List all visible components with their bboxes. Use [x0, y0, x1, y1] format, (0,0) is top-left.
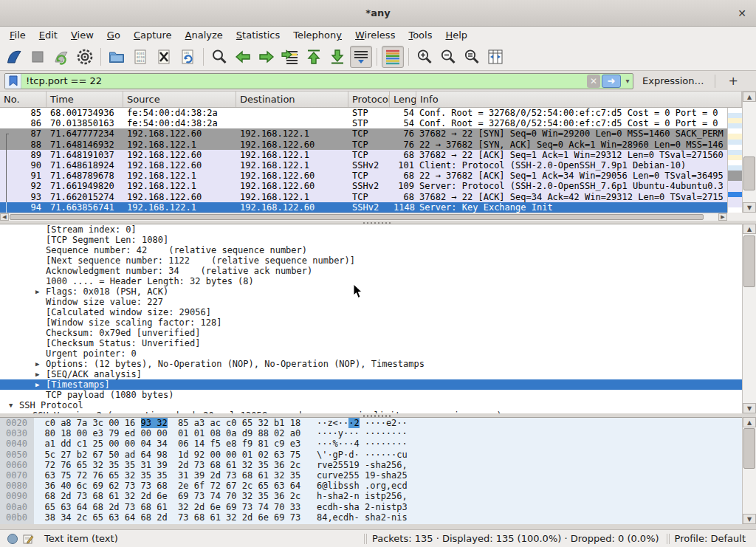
resize-columns-icon[interactable] [484, 46, 506, 68]
detail-line-14[interactable]: ▶[SEQ/ACK analysis] [0, 369, 742, 379]
hex-row-0020[interactable]: 0020 c0 a8 7a 3c 00 16 93 32 85 a3 ac c0… [0, 418, 742, 428]
menu-tools[interactable]: Tools [402, 28, 439, 42]
scrollbar-thumb[interactable] [743, 156, 755, 190]
detail-line-2[interactable]: Sequence number: 42 (relative sequence n… [0, 245, 742, 255]
scroll-up-icon[interactable]: ▲ [743, 417, 756, 427]
menu-analyze[interactable]: Analyze [179, 28, 230, 42]
detail-line-4[interactable]: Acknowledgment number: 34 (relative ack … [0, 266, 742, 276]
packet-row-86[interactable]: 8670.013850163fe:54:00:d4:38:2aSTP54Conf… [0, 118, 727, 128]
stop-capture-icon[interactable] [27, 46, 49, 68]
pane-splitter[interactable] [0, 524, 756, 529]
colorize-icon[interactable] [382, 46, 404, 68]
close-file-icon[interactable] [153, 46, 175, 68]
zoom-100-icon[interactable] [461, 46, 483, 68]
packet-row-90[interactable]: 9071.648618924192.168.122.60192.168.122.… [0, 160, 727, 171]
details-scrollbar[interactable]: ▲ ▼ [742, 224, 756, 413]
go-back-icon[interactable] [232, 46, 254, 68]
menu-statistics[interactable]: Statistics [230, 28, 286, 42]
menu-capture[interactable]: Capture [127, 28, 179, 42]
column-header-no[interactable]: No. [0, 92, 47, 107]
scroll-left-icon[interactable]: ◀ [0, 213, 9, 221]
display-filter-input[interactable]: !tcp.port == 22 ✕ ➜ ▾ [4, 73, 633, 89]
menu-file[interactable]: File [3, 28, 32, 42]
scroll-up-icon[interactable]: ▲ [743, 92, 756, 102]
collapse-icon[interactable]: ▼ [9, 400, 13, 410]
filter-clear-icon[interactable]: ✕ [587, 75, 600, 88]
detail-line-16[interactable]: TCP payload (1080 bytes) [0, 390, 742, 400]
go-forward-icon[interactable] [255, 46, 278, 68]
go-last-icon[interactable] [326, 46, 348, 68]
expand-icon[interactable]: ▶ [35, 286, 39, 297]
detail-line-13[interactable]: ▶Options: (12 bytes), No-Operation (NOP)… [0, 359, 742, 369]
detail-line-7[interactable]: Window size value: 227 [0, 297, 742, 307]
hex-row-0050[interactable]: 0050 5c 27 b2 67 50 ad 64 98 1d 92 00 00… [0, 450, 742, 460]
hex-row-00a0[interactable]: 00a0 65 63 64 68 2d 73 68 61 32 2d 6e 69… [0, 502, 742, 512]
packet-row-87[interactable]: 8771.647777234192.168.122.60192.168.122.… [0, 128, 727, 139]
hscrollbar-thumb[interactable] [10, 214, 704, 220]
close-icon[interactable]: ✕ [735, 7, 749, 20]
packet-row-94[interactable]: 9471.663856741192.168.122.1192.168.122.6… [0, 202, 727, 213]
menu-help[interactable]: Help [439, 28, 474, 42]
scrollbar-thumb[interactable] [743, 235, 755, 287]
detail-line-8[interactable]: [Calculated window size: 29056] [0, 307, 742, 317]
expert-info-icon[interactable] [7, 534, 18, 544]
scrollbar-thumb[interactable] [743, 428, 755, 469]
scroll-up-icon[interactable]: ▲ [743, 224, 756, 234]
hex-row-0060[interactable]: 0060 72 76 65 32 35 35 31 39 2d 73 68 61… [0, 460, 742, 470]
add-filter-button[interactable]: + [723, 74, 744, 88]
column-header-length[interactable]: Length [390, 92, 416, 107]
expression-button[interactable]: Expression… [642, 75, 704, 86]
menu-telephony[interactable]: Telephony [286, 28, 348, 42]
scroll-down-icon[interactable]: ▼ [743, 403, 756, 413]
hex-row-00b0[interactable]: 00b0 38 34 2c 65 63 64 68 2d 73 68 61 32… [0, 512, 742, 523]
open-file-icon[interactable] [106, 46, 128, 68]
expand-icon[interactable]: ▶ [35, 369, 39, 379]
scroll-right-icon[interactable]: ▶ [718, 213, 727, 221]
menu-edit[interactable]: Edit [32, 28, 64, 42]
packet-row-92[interactable]: 9271.661949820192.168.122.1192.168.122.6… [0, 181, 727, 191]
scroll-down-icon[interactable]: ▼ [743, 514, 756, 524]
expand-icon[interactable]: ▶ [35, 359, 39, 369]
start-capture-icon[interactable] [3, 46, 25, 68]
capture-options-icon[interactable] [74, 46, 96, 68]
detail-line-10[interactable]: Checksum: 0x79ed [unverified] [0, 328, 742, 338]
hex-row-0090[interactable]: 0090 68 2d 73 68 61 32 2d 6e 69 73 74 70… [0, 491, 742, 501]
packet-row-88[interactable]: 8871.648146932192.168.122.1192.168.122.6… [0, 140, 727, 150]
reload-file-icon[interactable]: 101 [176, 46, 199, 68]
packet-row-93[interactable]: 9371.662015274192.168.122.60192.168.122.… [0, 192, 727, 202]
filter-bookmark-button[interactable] [5, 74, 21, 89]
detail-line-1[interactable]: [TCP Segment Len: 1080] [0, 235, 742, 245]
packet-list-minimap[interactable] [727, 108, 742, 213]
packet-list-scrollbar[interactable]: ▲ ▼ [742, 92, 756, 213]
zoom-in-icon[interactable] [413, 46, 436, 68]
detail-line-12[interactable]: Urgent pointer: 0 [0, 348, 742, 359]
detail-line-15[interactable]: ▶[Timestamps] [0, 379, 742, 390]
packet-row-89[interactable]: 8971.648191037192.168.122.60192.168.122.… [0, 150, 727, 160]
column-header-protocol[interactable]: Protocol [348, 92, 390, 107]
column-header-info[interactable]: Info [416, 92, 742, 107]
detail-line-11[interactable]: [Checksum Status: Unverified] [0, 338, 742, 348]
go-to-packet-icon[interactable] [279, 46, 301, 68]
column-header-source[interactable]: Source [123, 92, 236, 107]
zoom-out-icon[interactable] [437, 46, 459, 68]
menu-view[interactable]: View [64, 28, 100, 42]
save-file-icon[interactable]: 010101100011 [129, 46, 151, 68]
filter-text[interactable]: !tcp.port == 22 [21, 75, 587, 86]
expand-icon[interactable]: ▶ [35, 379, 39, 390]
menu-go[interactable]: Go [100, 28, 127, 42]
hex-row-0080[interactable]: 0080 36 40 6c 69 62 73 73 68 2e 6f 72 67… [0, 481, 742, 491]
filter-dropdown-icon[interactable]: ▾ [622, 77, 633, 85]
restart-capture-icon[interactable] [50, 46, 72, 68]
auto-scroll-icon[interactable] [350, 46, 372, 68]
detail-line-17[interactable]: ▼SSH Protocol [0, 400, 742, 410]
hex-row-0070[interactable]: 0070 63 75 72 76 65 32 35 35 31 39 2d 73… [0, 470, 742, 481]
packet-list-hscrollbar[interactable]: ◀ ▶ [0, 213, 727, 221]
column-header-time[interactable]: Time [47, 92, 123, 107]
menu-wireless[interactable]: Wireless [348, 28, 402, 42]
detail-line-6[interactable]: ▶Flags: 0x018 (PSH, ACK) [0, 286, 742, 297]
filter-apply-icon[interactable]: ➜ [602, 75, 621, 88]
detail-line-0[interactable]: [Stream index: 0] [0, 224, 742, 235]
packet-row-91[interactable]: 9171.648789678192.168.122.1192.168.122.6… [0, 171, 727, 181]
hex-row-0030[interactable]: 0030 80 18 00 e3 79 ed 00 00 01 01 08 0a… [0, 428, 742, 438]
scroll-down-icon[interactable]: ▼ [743, 202, 756, 213]
